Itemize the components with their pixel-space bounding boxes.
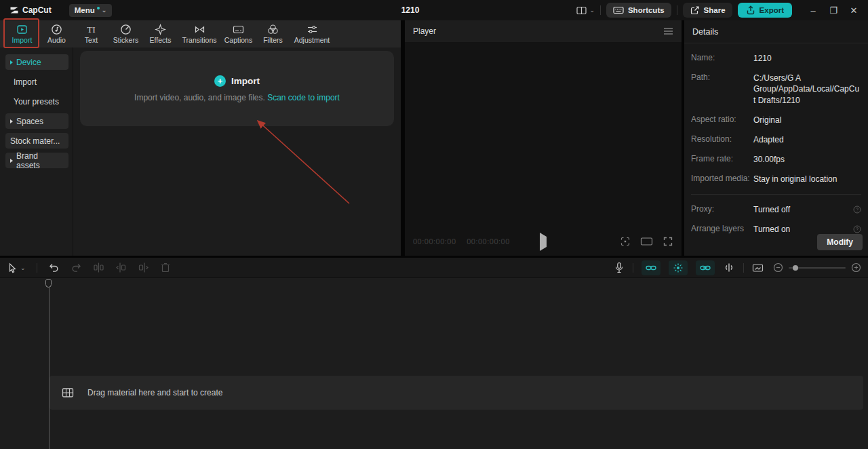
zoom-out-button[interactable] bbox=[773, 262, 783, 273]
tab-captions[interactable]: Captions bbox=[222, 22, 255, 45]
details-panel: Details Name: 1210 Path: C:/Users/G A Gr… bbox=[684, 20, 868, 256]
timeline-drop-hint: Drag material here and start to create bbox=[87, 388, 222, 397]
tab-effects[interactable]: Effects bbox=[144, 22, 177, 45]
player-panel-title: Player bbox=[413, 26, 436, 36]
zoom-slider-handle[interactable] bbox=[793, 265, 798, 271]
tab-import[interactable]: Import bbox=[5, 22, 39, 45]
detail-value: Turned off bbox=[753, 204, 842, 215]
preview-frame-icon bbox=[752, 262, 765, 273]
record-voiceover-button[interactable] bbox=[614, 262, 625, 273]
detail-row-aspect-ratio: Aspect ratio: Original bbox=[691, 115, 861, 125]
detail-label: Imported media: bbox=[691, 174, 753, 184]
keyboard-icon bbox=[613, 5, 624, 15]
fullscreen-button[interactable] bbox=[663, 236, 673, 247]
capcut-app: CapCut Menu ⌄ 1210 ⌄ Shortcuts bbox=[0, 0, 868, 449]
import-dropzone[interactable]: + Import Import video, audio, and image … bbox=[80, 51, 394, 126]
detail-label: Aspect ratio: bbox=[691, 115, 753, 125]
help-icon[interactable] bbox=[853, 225, 861, 233]
import-zone-title: Import bbox=[231, 76, 260, 86]
magnetic-snap-toggle[interactable] bbox=[642, 260, 660, 275]
media-sidebar: Device Import Your presets Spaces Stock … bbox=[0, 47, 73, 256]
filters-icon bbox=[267, 24, 279, 35]
split-button[interactable] bbox=[93, 262, 104, 273]
undo-button[interactable] bbox=[48, 262, 60, 273]
sidebar-item-import[interactable]: Import bbox=[5, 74, 68, 90]
tab-filters[interactable]: Filters bbox=[256, 22, 290, 45]
delete-button[interactable] bbox=[160, 262, 171, 273]
tab-text[interactable]: TI Text bbox=[75, 22, 108, 45]
auto-snap-toggle[interactable] bbox=[669, 260, 688, 275]
split-icon bbox=[93, 262, 104, 273]
restore-button[interactable]: ❐ bbox=[825, 2, 842, 18]
sidebar-item-label: Your presets bbox=[14, 97, 59, 106]
sidebar-item-your-presets[interactable]: Your presets bbox=[5, 94, 68, 109]
playhead-marker[interactable] bbox=[45, 279, 52, 288]
project-title: 1210 bbox=[366, 5, 454, 15]
tab-label: Effects bbox=[150, 36, 172, 44]
preview-axis-button[interactable] bbox=[752, 262, 765, 273]
player-menu-button[interactable] bbox=[663, 27, 673, 35]
help-icon[interactable] bbox=[853, 206, 861, 214]
tab-stickers[interactable]: Stickers bbox=[109, 22, 142, 45]
menu-button[interactable]: Menu ⌄ bbox=[69, 4, 113, 17]
play-button[interactable] bbox=[540, 237, 547, 247]
redo-button[interactable] bbox=[71, 262, 82, 273]
export-button[interactable]: Export bbox=[738, 3, 792, 18]
linking-toggle[interactable] bbox=[696, 260, 715, 275]
redo-icon bbox=[71, 262, 82, 273]
divider bbox=[633, 263, 633, 273]
tab-audio[interactable]: Audio bbox=[40, 22, 73, 45]
sidebar-item-device[interactable]: Device bbox=[5, 54, 68, 70]
link-icon bbox=[646, 262, 656, 273]
shortcuts-button[interactable]: Shortcuts bbox=[606, 3, 671, 18]
expand-horizontal-icon bbox=[723, 262, 735, 273]
menu-notification-dot bbox=[97, 7, 100, 9]
divider bbox=[691, 194, 861, 195]
zoom-in-button[interactable] bbox=[851, 262, 861, 273]
select-tool-button[interactable]: ⌄ bbox=[7, 262, 26, 273]
share-button[interactable]: Share bbox=[683, 3, 732, 18]
minimize-button[interactable]: – bbox=[804, 2, 822, 18]
tab-transitions[interactable]: Transitions bbox=[178, 22, 220, 45]
layout-switcher-button[interactable]: ⌄ bbox=[576, 5, 595, 16]
delete-left-button[interactable] bbox=[115, 262, 127, 273]
timeline-zoom-control bbox=[773, 262, 861, 273]
sidebar-item-spaces[interactable]: Spaces bbox=[5, 113, 68, 129]
player-time-total: 00:00:00:00 bbox=[467, 237, 510, 246]
detail-value: 1210 bbox=[753, 53, 861, 64]
tab-label: Stickers bbox=[113, 36, 138, 44]
divider bbox=[37, 263, 37, 273]
hamburger-icon bbox=[663, 27, 673, 35]
timeline-dropzone[interactable]: Drag material here and start to create bbox=[50, 376, 863, 410]
zoom-slider-track[interactable] bbox=[789, 267, 846, 269]
tab-adjustment[interactable]: Adjustment bbox=[291, 22, 333, 45]
playhead[interactable] bbox=[45, 279, 54, 442]
delete-right-button[interactable] bbox=[138, 262, 149, 273]
detail-label: Proxy: bbox=[691, 204, 753, 215]
undo-icon bbox=[48, 262, 60, 273]
scan-code-link[interactable]: Scan code to import bbox=[267, 93, 340, 102]
detail-value: Adapted bbox=[753, 134, 861, 145]
expand-arrow-icon bbox=[10, 119, 13, 123]
import-icon bbox=[16, 24, 28, 35]
fit-icon bbox=[620, 236, 631, 247]
transitions-icon bbox=[194, 24, 205, 35]
close-button[interactable]: ✕ bbox=[845, 2, 863, 18]
sidebar-item-brand-assets[interactable]: Brand assets bbox=[5, 153, 68, 168]
fit-to-screen-button[interactable] bbox=[620, 236, 631, 247]
timeline-tracks[interactable]: Drag material here and start to create bbox=[0, 278, 868, 449]
divider bbox=[677, 5, 677, 15]
aspect-ratio-button[interactable] bbox=[640, 237, 653, 246]
capcut-logo: CapCut bbox=[9, 5, 52, 15]
detail-value: Turned on bbox=[753, 224, 842, 235]
expand-clips-button[interactable] bbox=[723, 262, 735, 273]
microphone-icon bbox=[614, 262, 625, 273]
details-panel-title: Details bbox=[692, 27, 718, 37]
player-controls: 00:00:00:00 00:00:00:00 bbox=[405, 233, 682, 250]
trim-left-icon bbox=[115, 262, 127, 273]
capcut-logo-text: CapCut bbox=[22, 5, 52, 15]
modify-button[interactable]: Modify bbox=[817, 234, 863, 250]
expand-arrow-icon bbox=[10, 159, 13, 163]
sidebar-item-stock-materials[interactable]: Stock mater... bbox=[5, 133, 68, 149]
link-icon bbox=[700, 262, 711, 273]
